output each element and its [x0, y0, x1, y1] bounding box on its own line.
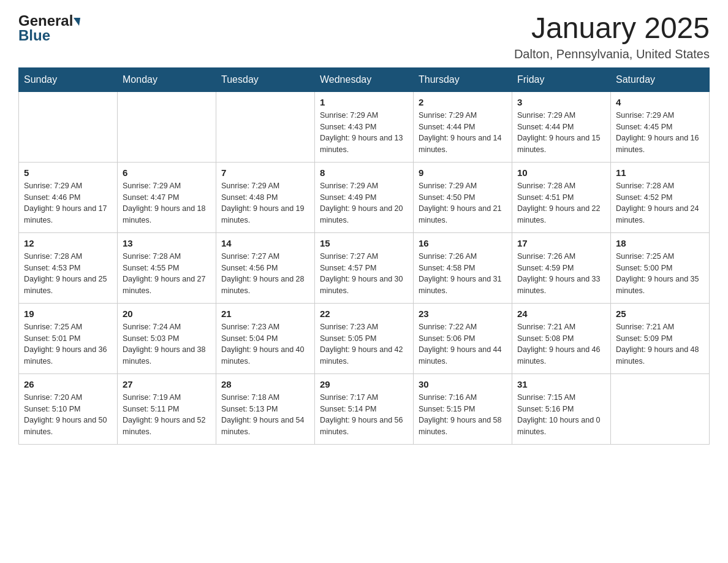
sunrise-text: Sunrise: 7:29 AM [320, 180, 408, 192]
sunrise-text: Sunrise: 7:29 AM [24, 180, 112, 192]
sunrise-text: Sunrise: 7:26 AM [517, 251, 605, 262]
sunset-text: Sunset: 5:11 PM [123, 404, 211, 415]
calendar-cell: 31Sunrise: 7:15 AMSunset: 5:16 PMDayligh… [512, 373, 611, 444]
title-section: January 2025 Dalton, Pennsylvania, Unite… [514, 12, 710, 61]
sunrise-text: Sunrise: 7:29 AM [419, 180, 507, 192]
sunrise-text: Sunrise: 7:18 AM [221, 392, 309, 404]
calendar-cell: 18Sunrise: 7:25 AMSunset: 5:00 PMDayligh… [611, 232, 710, 303]
sunrise-text: Sunrise: 7:27 AM [320, 251, 408, 262]
day-number: 28 [221, 379, 309, 389]
sunset-text: Sunset: 4:44 PM [517, 121, 605, 133]
day-info: Sunrise: 7:21 AMSunset: 5:08 PMDaylight:… [517, 321, 605, 367]
calendar-cell: 9Sunrise: 7:29 AMSunset: 4:50 PMDaylight… [414, 162, 512, 232]
day-number: 6 [123, 167, 211, 178]
day-info: Sunrise: 7:27 AMSunset: 4:56 PMDaylight:… [221, 251, 309, 297]
header-friday: Friday [512, 67, 611, 91]
day-info: Sunrise: 7:25 AMSunset: 5:01 PMDaylight:… [24, 321, 112, 367]
calendar-cell: 17Sunrise: 7:26 AMSunset: 4:59 PMDayligh… [512, 232, 611, 303]
day-info: Sunrise: 7:26 AMSunset: 4:58 PMDaylight:… [419, 251, 507, 297]
sunrise-text: Sunrise: 7:22 AM [419, 321, 507, 333]
calendar-cell: 1Sunrise: 7:29 AMSunset: 4:43 PMDaylight… [315, 91, 414, 162]
sunrise-text: Sunrise: 7:28 AM [616, 180, 704, 192]
daylight-text: Daylight: 9 hours and 48 minutes. [616, 344, 704, 367]
day-number: 14 [221, 238, 309, 248]
day-number: 1 [320, 97, 408, 107]
sunrise-text: Sunrise: 7:20 AM [24, 392, 112, 404]
daylight-text: Daylight: 9 hours and 25 minutes. [24, 274, 112, 297]
day-number: 8 [320, 167, 408, 178]
sunset-text: Sunset: 5:09 PM [616, 333, 704, 345]
calendar-header-row: Sunday Monday Tuesday Wednesday Thursday… [19, 67, 710, 91]
day-number: 12 [24, 238, 112, 248]
calendar-cell: 21Sunrise: 7:23 AMSunset: 5:04 PMDayligh… [216, 303, 315, 373]
daylight-text: Daylight: 9 hours and 30 minutes. [320, 274, 408, 297]
sunset-text: Sunset: 5:06 PM [419, 333, 507, 345]
day-info: Sunrise: 7:28 AMSunset: 4:53 PMDaylight:… [24, 251, 112, 297]
day-info: Sunrise: 7:27 AMSunset: 4:57 PMDaylight:… [320, 251, 408, 297]
calendar-cell: 28Sunrise: 7:18 AMSunset: 5:13 PMDayligh… [216, 373, 315, 444]
daylight-text: Daylight: 9 hours and 42 minutes. [320, 344, 408, 367]
sunset-text: Sunset: 4:58 PM [419, 262, 507, 274]
day-number: 4 [616, 97, 704, 107]
header-tuesday: Tuesday [216, 67, 315, 91]
day-number: 2 [419, 97, 507, 107]
daylight-text: Daylight: 9 hours and 21 minutes. [419, 203, 507, 226]
day-number: 3 [517, 97, 605, 107]
sunset-text: Sunset: 4:48 PM [221, 192, 309, 204]
sunset-text: Sunset: 4:55 PM [123, 262, 211, 274]
day-info: Sunrise: 7:24 AMSunset: 5:03 PMDaylight:… [123, 321, 211, 367]
day-info: Sunrise: 7:22 AMSunset: 5:06 PMDaylight:… [419, 321, 507, 367]
day-number: 11 [616, 167, 704, 178]
daylight-text: Daylight: 9 hours and 44 minutes. [419, 344, 507, 367]
day-number: 29 [320, 379, 408, 389]
calendar-cell: 7Sunrise: 7:29 AMSunset: 4:48 PMDaylight… [216, 162, 315, 232]
sunrise-text: Sunrise: 7:26 AM [419, 251, 507, 262]
sunset-text: Sunset: 4:51 PM [517, 192, 605, 204]
sunrise-text: Sunrise: 7:19 AM [123, 392, 211, 404]
daylight-text: Daylight: 9 hours and 52 minutes. [123, 415, 211, 438]
day-info: Sunrise: 7:15 AMSunset: 5:16 PMDaylight:… [517, 392, 605, 438]
sunrise-text: Sunrise: 7:23 AM [320, 321, 408, 333]
sunset-text: Sunset: 5:08 PM [517, 333, 605, 345]
sunrise-text: Sunrise: 7:29 AM [221, 180, 309, 192]
calendar-cell: 10Sunrise: 7:28 AMSunset: 4:51 PMDayligh… [512, 162, 611, 232]
day-info: Sunrise: 7:29 AMSunset: 4:44 PMDaylight:… [517, 110, 605, 156]
sunrise-text: Sunrise: 7:29 AM [320, 110, 408, 121]
day-info: Sunrise: 7:29 AMSunset: 4:48 PMDaylight:… [221, 180, 309, 226]
day-number: 31 [517, 379, 605, 389]
day-number: 9 [419, 167, 507, 178]
daylight-text: Daylight: 9 hours and 54 minutes. [221, 415, 309, 438]
sunset-text: Sunset: 4:50 PM [419, 192, 507, 204]
calendar-cell: 16Sunrise: 7:26 AMSunset: 4:58 PMDayligh… [414, 232, 512, 303]
daylight-text: Daylight: 9 hours and 20 minutes. [320, 203, 408, 226]
calendar-cell: 29Sunrise: 7:17 AMSunset: 5:14 PMDayligh… [315, 373, 414, 444]
daylight-text: Daylight: 9 hours and 15 minutes. [517, 132, 605, 156]
sunset-text: Sunset: 4:53 PM [24, 262, 112, 274]
header-monday: Monday [118, 67, 216, 91]
sunset-text: Sunset: 4:45 PM [616, 121, 704, 133]
day-number: 24 [517, 308, 605, 319]
day-info: Sunrise: 7:29 AMSunset: 4:45 PMDaylight:… [616, 110, 704, 156]
sunset-text: Sunset: 5:00 PM [616, 262, 704, 274]
day-info: Sunrise: 7:29 AMSunset: 4:47 PMDaylight:… [123, 180, 211, 226]
sunrise-text: Sunrise: 7:17 AM [320, 392, 408, 404]
daylight-text: Daylight: 9 hours and 19 minutes. [221, 203, 309, 226]
sunset-text: Sunset: 5:10 PM [24, 404, 112, 415]
sunset-text: Sunset: 4:59 PM [517, 262, 605, 274]
sunrise-text: Sunrise: 7:24 AM [123, 321, 211, 333]
day-number: 17 [517, 238, 605, 248]
calendar-cell: 14Sunrise: 7:27 AMSunset: 4:56 PMDayligh… [216, 232, 315, 303]
day-info: Sunrise: 7:21 AMSunset: 5:09 PMDaylight:… [616, 321, 704, 367]
sunrise-text: Sunrise: 7:25 AM [616, 251, 704, 262]
sunrise-text: Sunrise: 7:29 AM [517, 110, 605, 121]
sunrise-text: Sunrise: 7:28 AM [24, 251, 112, 262]
daylight-text: Daylight: 10 hours and 0 minutes. [517, 415, 605, 438]
day-number: 25 [616, 308, 704, 319]
day-info: Sunrise: 7:25 AMSunset: 5:00 PMDaylight:… [616, 251, 704, 297]
sunset-text: Sunset: 4:56 PM [221, 262, 309, 274]
daylight-text: Daylight: 9 hours and 38 minutes. [123, 344, 211, 367]
month-year-title: January 2025 [514, 12, 710, 45]
day-info: Sunrise: 7:16 AMSunset: 5:15 PMDaylight:… [419, 392, 507, 438]
sunset-text: Sunset: 5:16 PM [517, 404, 605, 415]
sunrise-text: Sunrise: 7:21 AM [517, 321, 605, 333]
